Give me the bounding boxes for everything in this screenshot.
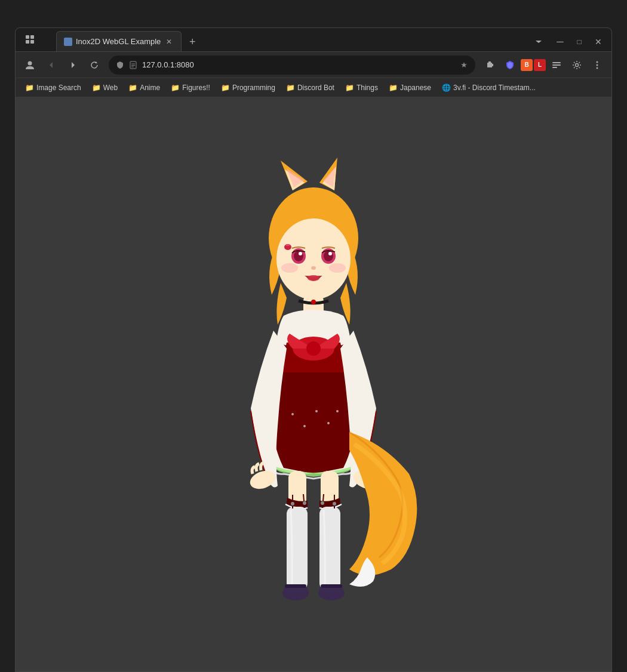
svg-rect-51 <box>285 584 306 588</box>
bookmark-web[interactable]: 📁 Web <box>87 82 122 94</box>
svg-point-44 <box>303 501 306 505</box>
page-icon <box>129 61 137 69</box>
svg-point-31 <box>306 341 321 356</box>
reload-button[interactable] <box>85 56 104 75</box>
svg-rect-9 <box>552 62 561 63</box>
forward-button[interactable] <box>63 56 82 75</box>
bookmark-label: Image Search <box>36 84 81 92</box>
svg-point-43 <box>291 502 294 505</box>
back-button[interactable] <box>42 56 61 75</box>
tab-title: Inox2D WebGL Example <box>76 37 161 46</box>
bookmark-folder-icon: 📁 <box>92 84 101 92</box>
svg-point-29 <box>311 300 316 304</box>
svg-point-17 <box>276 218 351 300</box>
tab-back[interactable] <box>42 31 56 50</box>
svg-rect-11 <box>552 67 557 68</box>
bookmark-folder-icon: 📁 <box>221 84 230 92</box>
extensions-button[interactable] <box>480 56 499 75</box>
bookmark-label: Discord Bot <box>297 84 334 92</box>
bookmark-label: Programming <box>232 84 275 92</box>
svg-rect-41 <box>287 507 308 590</box>
svg-rect-42 <box>319 507 340 590</box>
bookmark-star-icon[interactable] <box>460 61 468 69</box>
menu-button[interactable] <box>588 56 607 75</box>
bookmark-label: Anime <box>140 84 160 92</box>
svg-point-4 <box>28 61 32 65</box>
svg-rect-2 <box>26 40 29 44</box>
svg-point-26 <box>311 266 316 270</box>
browser-window: Inox2D WebGL Example ✕ + ─ □ ✕ <box>15 27 612 672</box>
toolbar-right: B L <box>480 56 607 75</box>
bookmark-web-icon: 🌐 <box>442 84 451 92</box>
svg-point-45 <box>321 501 324 505</box>
character-render <box>188 140 439 629</box>
svg-point-23 <box>324 251 333 261</box>
url-text: 127.0.0.1:8080 <box>142 60 455 69</box>
svg-rect-52 <box>321 584 342 588</box>
bookmark-programming[interactable]: 📁 Programming <box>216 82 280 94</box>
bookmark-folder-icon: 📁 <box>25 84 34 92</box>
bookmarks-bar: 📁 Image Search 📁 Web 📁 Anime 📁 Figures!!… <box>16 78 611 97</box>
tab-favicon <box>64 38 72 46</box>
active-tab[interactable]: Inox2D WebGL Example ✕ <box>56 31 182 51</box>
bookmark-folder-icon: 📁 <box>389 84 398 92</box>
bookmark-folder-icon: 📁 <box>345 84 354 92</box>
browser-toolbar: 127.0.0.1:8080 B L <box>16 52 611 78</box>
bookmark-image-search[interactable]: 📁 Image Search <box>20 82 86 94</box>
minimize-button[interactable]: ─ <box>552 35 568 49</box>
bookmark-label: 3v.fi - Discord Timestam... <box>453 84 536 92</box>
svg-rect-1 <box>30 35 34 39</box>
svg-point-33 <box>303 425 306 427</box>
profile-button[interactable] <box>20 56 39 75</box>
close-window-button[interactable]: ✕ <box>590 35 607 49</box>
svg-point-14 <box>597 64 598 66</box>
svg-point-32 <box>291 413 294 415</box>
bookmark-label: Japanese <box>400 84 431 92</box>
webgl-canvas-area[interactable] <box>16 97 611 671</box>
bookmark-things[interactable]: 📁 Things <box>340 82 383 94</box>
svg-point-24 <box>299 252 302 255</box>
svg-point-34 <box>315 410 318 412</box>
svg-point-12 <box>576 63 579 66</box>
bookmark-japanese[interactable]: 📁 Japanese <box>384 82 436 94</box>
settings-button[interactable] <box>567 56 586 75</box>
bookmark-label: Web <box>103 84 118 92</box>
svg-point-46 <box>333 502 336 505</box>
svg-point-27 <box>308 275 319 281</box>
svg-point-22 <box>294 251 303 261</box>
bookmark-label: Things <box>356 84 378 92</box>
svg-point-19 <box>329 263 346 273</box>
svg-point-15 <box>597 67 598 69</box>
bookmark-folder-icon: 📁 <box>171 84 180 92</box>
shield-icon <box>116 61 124 69</box>
brave-shield-icon <box>505 60 515 70</box>
svg-point-18 <box>281 263 298 273</box>
bookmark-folder-icon: 📁 <box>128 84 137 92</box>
svg-rect-10 <box>552 64 561 66</box>
svg-point-25 <box>328 252 332 255</box>
bookmark-3vfi[interactable]: 🌐 3v.fi - Discord Timestam... <box>437 82 540 94</box>
bookmark-figures[interactable]: 📁 Figures!! <box>166 82 215 94</box>
svg-point-35 <box>327 422 330 424</box>
new-tab-button[interactable]: + <box>184 33 201 50</box>
svg-rect-3 <box>30 40 34 44</box>
bookmark-anime[interactable]: 📁 Anime <box>124 82 165 94</box>
tab-strip-button[interactable] <box>20 30 39 49</box>
tab-bar: Inox2D WebGL Example ✕ + ─ □ ✕ <box>16 28 611 52</box>
tab-groups-button[interactable] <box>547 56 566 75</box>
tab-expand-button[interactable] <box>530 33 547 50</box>
brave-shields-button[interactable] <box>500 56 520 75</box>
svg-point-36 <box>336 410 339 412</box>
bookmark-label: Figures!! <box>182 84 210 92</box>
bookmark-discord-bot[interactable]: 📁 Discord Bot <box>281 82 339 94</box>
bookmark-folder-icon: 📁 <box>286 84 295 92</box>
lastpass-extension-button[interactable]: L <box>534 59 546 71</box>
svg-point-13 <box>597 61 598 63</box>
tab-close-button[interactable]: ✕ <box>164 37 174 47</box>
canvas-background <box>16 97 611 671</box>
maximize-button[interactable]: □ <box>571 35 588 49</box>
svg-rect-0 <box>26 35 29 39</box>
brave-extension-button[interactable]: B <box>521 59 533 71</box>
address-bar[interactable]: 127.0.0.1:8080 <box>109 56 475 75</box>
